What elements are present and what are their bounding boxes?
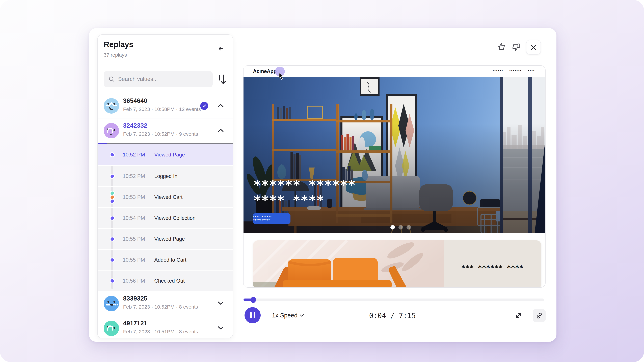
avatar xyxy=(104,98,119,114)
replay-app-screen: Replays 37 replays Search values... xyxy=(0,0,644,362)
session-progress-fill xyxy=(98,143,107,144)
event-time: 10:54 PM xyxy=(123,215,145,221)
session-meta: Feb 7, 2023 · 10:52PM · 8 events xyxy=(123,304,198,310)
replay-count: 37 replays xyxy=(104,52,127,58)
event-time: 10:55 PM xyxy=(123,236,145,242)
event-time: 10:56 PM xyxy=(123,278,145,284)
sofa-product-image xyxy=(253,240,444,288)
link-icon xyxy=(536,312,543,319)
site-hero-banner: ****** ****** **** **** **** ****** ****… xyxy=(244,77,545,233)
event-dot xyxy=(110,237,114,241)
page-title: Replays xyxy=(104,40,133,49)
site-nav: ****** ******* **** xyxy=(492,69,535,73)
copy-link-button[interactable] xyxy=(533,309,546,322)
playback-progress-bar[interactable] xyxy=(244,299,544,301)
event-row[interactable]: 10:52 PM Viewed Page xyxy=(98,144,233,165)
session-id: 4917121 xyxy=(123,320,147,327)
event-name: Viewed Page xyxy=(154,152,185,158)
avatar xyxy=(104,321,119,336)
sort-icon[interactable] xyxy=(218,74,227,85)
event-row[interactable]: 10:54 PM Viewed Collection xyxy=(98,207,233,228)
event-dot xyxy=(110,195,114,199)
event-dot xyxy=(110,258,114,262)
session-id: 3654640 xyxy=(123,97,147,104)
nav-item-masked[interactable]: ******* xyxy=(509,69,522,73)
playback-time: 0:04 / 7:15 xyxy=(350,312,434,320)
selected-check-badge xyxy=(200,102,208,110)
search-row: Search values... xyxy=(98,65,233,94)
mouse-cursor-icon xyxy=(278,72,285,80)
search-icon xyxy=(108,76,115,83)
session-row-3654640[interactable]: 3654640 Feb 7, 2023 · 10:58PM · 12 event… xyxy=(98,94,233,118)
hero-cta-button[interactable]: **** ****** ********** xyxy=(253,213,290,224)
search-placeholder: Search values... xyxy=(118,76,158,82)
hero-dark-overlay xyxy=(244,77,545,233)
search-input[interactable]: Search values... xyxy=(104,71,213,87)
event-timeline: 10:52 PM Viewed Page 10:52 PM Logged In … xyxy=(98,144,233,291)
avatar xyxy=(104,123,119,138)
nav-item-masked[interactable]: **** xyxy=(528,69,535,73)
hero-heading-line1: ****** ****** xyxy=(253,178,356,193)
product-info-panel: *** ****** **** xyxy=(444,240,541,288)
replays-sidebar: Replays 37 replays Search values... xyxy=(97,34,233,338)
event-name: Checked Out xyxy=(154,278,185,284)
event-row[interactable]: 10:52 PM Logged In xyxy=(98,165,233,186)
product-card[interactable]: *** ****** **** xyxy=(253,240,541,288)
carousel-dot-active[interactable] xyxy=(390,225,395,229)
product-masked-text: *** ****** **** xyxy=(444,264,541,272)
hero-cta-label: **** ****** ********** xyxy=(253,215,290,222)
nav-item-masked[interactable]: ****** xyxy=(492,69,503,73)
event-dot xyxy=(110,279,114,283)
session-row-3242332[interactable]: 3242332 Feb 7, 2023 · 10:52PM · 9 events xyxy=(98,118,233,143)
event-row[interactable]: 10:53 PM Viewed Cart xyxy=(98,186,233,207)
event-time: 10:55 PM xyxy=(123,257,145,263)
site-logo: AcmeApp xyxy=(253,68,276,74)
pause-button[interactable] xyxy=(244,307,260,323)
session-id: 8339325 xyxy=(123,295,147,302)
event-dot xyxy=(110,191,114,195)
event-time: 10:52 PM xyxy=(123,152,145,158)
session-id: 3242332 xyxy=(123,122,147,129)
speed-label: 1x Speed xyxy=(272,312,298,319)
hero-heading-line2: **** **** xyxy=(253,193,324,208)
event-name: Added to Cart xyxy=(154,257,186,263)
carousel-dots xyxy=(390,225,411,229)
event-name: Logged In xyxy=(154,173,178,179)
replay-viewport: AcmeApp ****** ******* **** xyxy=(243,65,546,288)
speed-selector[interactable]: 1x Speed xyxy=(272,312,304,319)
event-row[interactable]: 10:55 PM Viewed Page xyxy=(98,228,233,249)
sidebar-header: Replays 37 replays xyxy=(98,35,233,65)
event-dot xyxy=(110,199,114,203)
replayed-site-header: AcmeApp ****** ******* **** xyxy=(244,66,545,77)
chevron-up-icon[interactable] xyxy=(218,129,224,132)
event-name: Viewed Collection xyxy=(154,215,196,221)
carousel-dot[interactable] xyxy=(398,225,403,229)
event-name: Viewed Page xyxy=(154,236,185,242)
close-icon xyxy=(530,44,536,50)
event-name: Viewed Cart xyxy=(154,194,182,200)
session-meta: Feb 7, 2023 · 10:58PM · 12 events xyxy=(123,106,201,112)
playback-progress-handle[interactable] xyxy=(250,297,256,303)
event-time: 10:53 PM xyxy=(123,194,145,200)
event-dot xyxy=(110,216,114,220)
event-row[interactable]: 10:55 PM Added to Cart xyxy=(98,249,233,270)
collapse-panel-icon[interactable] xyxy=(216,45,224,52)
chevron-down-icon[interactable] xyxy=(218,326,224,330)
thumbs-down-icon[interactable] xyxy=(512,42,520,51)
replay-modal: Replays 37 replays Search values... xyxy=(89,28,556,342)
event-row[interactable]: 10:56 PM Checked Out xyxy=(98,270,233,291)
session-list: 3654640 Feb 7, 2023 · 10:58PM · 12 event… xyxy=(98,94,233,338)
event-time: 10:52 PM xyxy=(123,173,145,179)
chevron-down-icon[interactable] xyxy=(218,301,224,305)
session-meta: Feb 7, 2023 · 10:52PM · 9 events xyxy=(123,131,198,137)
session-progress-scrubber[interactable] xyxy=(98,143,233,144)
close-button[interactable] xyxy=(526,40,541,55)
thumbs-up-icon[interactable] xyxy=(497,42,506,51)
carousel-dot[interactable] xyxy=(406,225,411,229)
fullscreen-expand-icon[interactable] xyxy=(514,312,522,320)
chevron-up-icon[interactable] xyxy=(218,104,224,107)
session-row-4917121[interactable]: 4917121 Feb 7, 2023 · 10:51PM · 8 events xyxy=(98,316,233,338)
session-row-8339325[interactable]: 8339325 Feb 7, 2023 · 10:52PM · 8 events xyxy=(98,291,233,316)
avatar xyxy=(104,296,119,311)
event-dot xyxy=(110,175,114,178)
